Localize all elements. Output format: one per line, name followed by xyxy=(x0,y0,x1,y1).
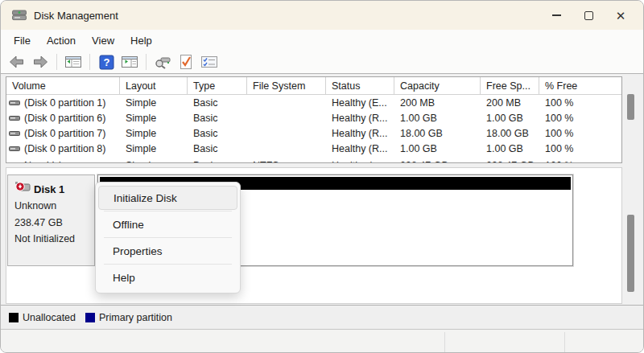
forward-button[interactable] xyxy=(31,53,50,71)
forward-icon xyxy=(31,54,49,70)
cell-status: Healthy (R... xyxy=(326,125,394,141)
legend-item-primary-partition: Primary partition xyxy=(85,312,172,323)
cell-type: Basic xyxy=(188,141,247,156)
table-row-partial[interactable]: New Volume Simple Basic NTFS Healthy (..… xyxy=(6,156,621,163)
back-button[interactable] xyxy=(7,53,27,71)
column-header-free-space[interactable]: Free Sp... xyxy=(481,77,539,94)
volume-icon xyxy=(9,162,20,164)
cell-free-space: 18.00 GB xyxy=(481,125,539,141)
disk-management-window: Disk Management ✕ File Action View Help xyxy=(0,0,644,353)
legend-item-unallocated: Unallocated xyxy=(9,312,76,323)
minimize-button[interactable] xyxy=(540,3,572,27)
cell-type: Basic xyxy=(188,125,247,141)
disk-status: Not Initialized xyxy=(14,232,94,247)
cell-percent-free: 100 % xyxy=(539,110,621,125)
minimize-icon xyxy=(552,14,561,16)
column-header-capacity[interactable]: Capacity xyxy=(394,77,481,94)
menu-item-initialize-disk[interactable]: Initialize Disk xyxy=(98,186,237,210)
cell-volume: (Disk 0 partition 7) xyxy=(24,128,105,139)
menu-item-properties[interactable]: Properties xyxy=(98,239,237,263)
cell-percent-free: 100 % xyxy=(539,125,621,141)
volume-list-scrollbar[interactable] xyxy=(624,77,638,163)
volume-icon xyxy=(9,145,20,153)
menu-view[interactable]: View xyxy=(84,32,122,49)
volume-icon xyxy=(9,99,20,107)
help-icon: ? xyxy=(99,55,114,70)
cell-capacity: 1.00 GB xyxy=(394,141,481,156)
cell-file-system xyxy=(247,141,326,156)
menubar: File Action View Help xyxy=(1,30,643,51)
menu-separator xyxy=(104,237,232,238)
cell-volume: (Disk 0 partition 1) xyxy=(24,97,105,109)
cell-layout: Simple xyxy=(120,125,188,141)
legend-label: Primary partition xyxy=(99,312,172,323)
check-document-button[interactable] xyxy=(176,53,196,71)
maximize-button[interactable] xyxy=(572,3,605,27)
cell-type: Basic xyxy=(188,159,247,163)
menu-item-help[interactable]: Help xyxy=(98,265,237,289)
unallocated-swatch xyxy=(9,313,19,322)
menu-file[interactable]: File xyxy=(6,32,39,49)
cell-volume: (Disk 0 partition 8) xyxy=(24,143,105,154)
cell-status: Healthy (R... xyxy=(326,110,394,125)
disk-capacity: 238.47 GB xyxy=(14,216,94,231)
column-header-percent-free[interactable]: % Free xyxy=(539,77,621,94)
checklist-icon xyxy=(200,55,218,69)
cell-volume: New Volume xyxy=(24,160,80,164)
show-console-tree-button[interactable] xyxy=(64,53,83,71)
volume-list-header: Volume Layout Type File System Status Ca… xyxy=(6,77,621,95)
menu-item-offline[interactable]: Offline xyxy=(98,212,237,236)
table-row[interactable]: (Disk 0 partition 1) Simple Basic Health… xyxy=(6,95,621,110)
cell-free-space: 1.00 GB xyxy=(481,110,539,125)
cell-capacity: 200 MB xyxy=(394,95,481,110)
cell-layout: Simple xyxy=(120,110,188,125)
rescan-disks-button[interactable] xyxy=(153,53,172,71)
column-header-status[interactable]: Status xyxy=(326,77,394,94)
cell-capacity: 18.00 GB xyxy=(394,125,481,141)
close-button[interactable]: ✕ xyxy=(605,3,637,27)
cell-free-space: 238.47 GB xyxy=(481,159,539,163)
disk1-label-box[interactable]: Disk 1 Unknown 238.47 GB Not Initialized xyxy=(7,174,95,266)
primary-partition-swatch xyxy=(85,313,95,322)
table-row[interactable]: (Disk 0 partition 6) Simple Basic Health… xyxy=(6,110,621,125)
scrollbar-thumb[interactable] xyxy=(627,94,634,120)
graphical-view-scrollbar[interactable] xyxy=(624,167,638,304)
show-action-pane-button[interactable] xyxy=(120,53,139,71)
menu-help[interactable]: Help xyxy=(122,32,160,49)
table-row[interactable]: (Disk 0 partition 7) Simple Basic Health… xyxy=(6,125,621,141)
cell-file-system: NTFS xyxy=(247,159,326,163)
cell-free-space: 200 MB xyxy=(481,95,539,110)
toolbar: ? xyxy=(1,51,643,74)
cell-status: Healthy (... xyxy=(326,159,394,163)
cell-layout: Simple xyxy=(120,159,188,163)
cell-status: Healthy (E... xyxy=(326,95,394,110)
close-icon: ✕ xyxy=(616,10,626,22)
column-header-layout[interactable]: Layout xyxy=(120,77,188,94)
cell-type: Basic xyxy=(188,95,247,110)
show-action-pane-icon xyxy=(121,55,138,69)
disk-management-app-icon xyxy=(12,10,27,21)
checklist-button[interactable] xyxy=(200,53,219,71)
column-header-type[interactable]: Type xyxy=(188,77,247,94)
cell-type: Basic xyxy=(188,110,247,125)
column-header-file-system[interactable]: File System xyxy=(247,77,326,94)
disk-context-menu: Initialize Disk Offline Properties Help xyxy=(95,182,241,293)
menu-separator xyxy=(104,264,232,265)
disk-error-icon xyxy=(14,181,31,197)
titlebar[interactable]: Disk Management ✕ xyxy=(1,1,643,30)
help-button[interactable]: ? xyxy=(97,53,116,71)
cell-percent-free: 100 % xyxy=(539,95,621,110)
table-row[interactable]: (Disk 0 partition 8) Simple Basic Health… xyxy=(6,141,621,156)
svg-text:?: ? xyxy=(103,56,109,68)
cell-file-system xyxy=(247,95,326,110)
back-icon xyxy=(8,54,26,70)
cell-free-space: 1.00 GB xyxy=(481,141,539,156)
scrollbar-thumb[interactable] xyxy=(627,215,634,292)
check-document-icon xyxy=(179,54,193,70)
cell-capacity: 238.47 GB xyxy=(394,159,481,163)
menu-action[interactable]: Action xyxy=(39,32,84,49)
legend-label: Unallocated xyxy=(23,312,76,323)
status-bar xyxy=(1,330,643,353)
column-header-volume[interactable]: Volume xyxy=(6,77,120,94)
volume-icon xyxy=(9,114,20,122)
